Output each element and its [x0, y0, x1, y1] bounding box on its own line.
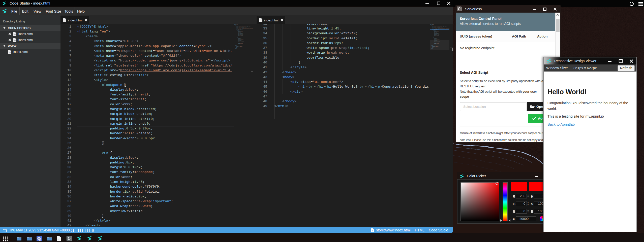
svg-text:<>: <>: [14, 34, 16, 35]
svg-text:w: w: [372, 230, 374, 231]
svg-text:<>: <>: [64, 20, 66, 21]
svg-text:<>: <>: [14, 40, 16, 41]
svg-text:<>: <>: [9, 52, 11, 53]
svg-text:<>: <>: [260, 20, 262, 21]
